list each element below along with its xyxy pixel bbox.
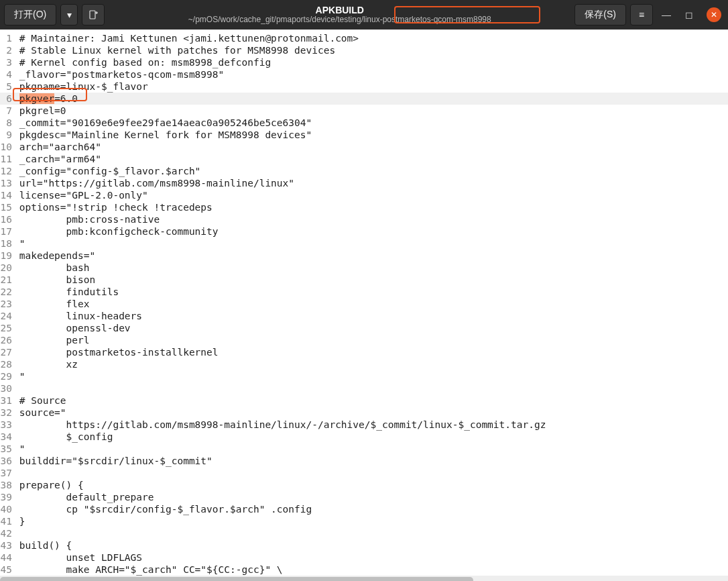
code-line[interactable]: 37 (0, 467, 728, 479)
code-content[interactable]: options="!strip !check !tracedeps (13, 201, 213, 213)
code-line[interactable]: 43 build() { (0, 539, 728, 551)
code-line[interactable]: 2 # Stable Linux kernel with patches for… (0, 44, 728, 56)
code-content[interactable]: postmarketos-installkernel (13, 346, 219, 358)
code-content[interactable] (13, 382, 19, 394)
hamburger-menu-button[interactable]: ≡ (630, 4, 653, 25)
code-content[interactable]: findutils (13, 286, 119, 298)
code-line[interactable]: 32 source=" (0, 407, 728, 419)
code-content[interactable]: pkgrel=0 (13, 105, 66, 117)
code-line[interactable]: 35 " (0, 443, 728, 455)
code-content[interactable]: perl (13, 334, 90, 346)
code-content[interactable]: bash (13, 262, 90, 274)
code-line[interactable]: 15 options="!strip !check !tracedeps (0, 201, 728, 213)
code-content[interactable]: pkgname=linux-$_flavor (13, 81, 148, 93)
code-content[interactable] (13, 527, 19, 539)
code-content[interactable]: prepare() { (13, 479, 84, 491)
code-line[interactable]: 4 _flavor="postmarketos-qcom-msm8998" (0, 68, 728, 81)
code-content[interactable]: linux-headers (13, 310, 142, 322)
code-line[interactable]: 1 # Maintainer: Jami Kettunen <jami.kett… (0, 32, 728, 44)
code-content[interactable]: _flavor="postmarketos-qcom-msm8998" (13, 68, 224, 81)
save-button[interactable]: 保存(S) (574, 4, 626, 25)
code-line[interactable]: 14 license="GPL-2.0-only" (0, 189, 728, 201)
code-content[interactable]: xz (13, 358, 78, 370)
code-content[interactable]: pkgdesc="Mainline Kernel fork for MSM899… (13, 129, 312, 141)
code-line[interactable]: 30 (0, 382, 728, 394)
code-content[interactable]: " (13, 443, 25, 455)
code-line[interactable]: 40 cp "$srcdir/config-$_flavor.$arch" .c… (0, 503, 728, 515)
code-content[interactable]: # Kernel config based on: msm8998_defcon… (13, 56, 271, 68)
code-content[interactable]: _carch="arm64" (13, 153, 101, 165)
code-line[interactable]: 6 pkgver=6.0 (0, 93, 728, 105)
horizontal-scrollbar[interactable] (0, 576, 728, 581)
window-maximize-button[interactable]: ◻ (680, 5, 699, 24)
code-line[interactable]: 24 linux-headers (0, 310, 728, 322)
code-content[interactable]: " (13, 370, 25, 382)
code-line[interactable]: 7 pkgrel=0 (0, 105, 728, 117)
code-content[interactable]: $_config (13, 431, 113, 443)
code-content[interactable]: pkgver=6.0 (13, 93, 78, 105)
code-line[interactable]: 9 pkgdesc="Mainline Kernel fork for MSM8… (0, 129, 728, 141)
code-line[interactable]: 34 $_config (0, 431, 728, 443)
code-content[interactable]: } (13, 515, 25, 527)
code-line[interactable]: 19 makedepends=" (0, 250, 728, 262)
code-line[interactable]: 17 pmb:kconfigcheck-community (0, 225, 728, 237)
code-line[interactable]: 3 # Kernel config based on: msm8998_defc… (0, 56, 728, 68)
code-content[interactable]: pmb:cross-native (13, 213, 160, 225)
code-content[interactable]: unset LDFLAGS (13, 551, 142, 564)
code-line[interactable]: 5 pkgname=linux-$_flavor (0, 81, 728, 93)
code-content[interactable]: pmb:kconfigcheck-community (13, 225, 219, 237)
code-content[interactable]: " (13, 237, 25, 250)
text-editor[interactable]: 1 # Maintainer: Jami Kettunen <jami.kett… (0, 30, 728, 576)
code-content[interactable]: _commit="90169e6e9fee29fae14aeac0a905246… (13, 117, 312, 129)
code-content[interactable]: https://gitlab.com/msm8998-mainline/linu… (13, 419, 546, 431)
code-content[interactable]: flex (13, 298, 90, 310)
code-line[interactable]: 11 _carch="arm64" (0, 153, 728, 165)
code-content[interactable] (13, 467, 19, 479)
code-content[interactable]: license="GPL-2.0-only" (13, 189, 148, 201)
code-line[interactable]: 28 xz (0, 358, 728, 370)
window-close-button[interactable]: ✕ (707, 7, 721, 22)
code-content[interactable]: # Stable Linux kernel with patches for M… (13, 44, 335, 56)
code-content[interactable]: source=" (13, 407, 66, 419)
code-content[interactable]: bison (13, 274, 95, 286)
code-line[interactable]: 20 bash (0, 262, 728, 274)
code-line[interactable]: 25 openssl-dev (0, 322, 728, 334)
window-minimize-button[interactable]: — (657, 5, 676, 24)
code-line[interactable]: 21 bison (0, 274, 728, 286)
code-line[interactable]: 29 " (0, 370, 728, 382)
code-line[interactable]: 13 url="https://gitlab.com/msm8998-mainl… (0, 177, 728, 189)
code-line[interactable]: 18 " (0, 237, 728, 250)
code-line[interactable]: 36 builddir="$srcdir/linux-$_commit" (0, 455, 728, 467)
code-content[interactable]: builddir="$srcdir/linux-$_commit" (13, 455, 213, 467)
code-line[interactable]: 39 default_prepare (0, 491, 728, 503)
code-content[interactable]: make ARCH="$_carch" CC="${CC:-gcc}" \ (13, 564, 283, 576)
code-line[interactable]: 10 arch="aarch64" (0, 141, 728, 153)
code-content[interactable]: _config="config-$_flavor.$arch" (13, 165, 200, 177)
code-content[interactable]: makedepends=" (13, 250, 95, 262)
code-line[interactable]: 38 prepare() { (0, 479, 728, 491)
code-content[interactable]: build() { (13, 539, 72, 551)
code-line[interactable]: 16 pmb:cross-native (0, 213, 728, 225)
new-tab-button[interactable] (82, 4, 105, 25)
code-content[interactable]: # Source (13, 394, 66, 407)
code-line[interactable]: 31 # Source (0, 394, 728, 407)
code-line[interactable]: 44 unset LDFLAGS (0, 551, 728, 564)
code-content[interactable]: cp "$srcdir/config-$_flavor.$arch" .conf… (13, 503, 312, 515)
open-button[interactable]: 打开(O) (4, 4, 56, 25)
code-content[interactable]: default_prepare (13, 491, 154, 503)
code-line[interactable]: 33 https://gitlab.com/msm8998-mainline/l… (0, 419, 728, 431)
code-line[interactable]: 27 postmarketos-installkernel (0, 346, 728, 358)
horizontal-scrollbar-thumb[interactable] (0, 577, 473, 581)
code-content[interactable]: openssl-dev (13, 322, 131, 334)
code-line[interactable]: 22 findutils (0, 286, 728, 298)
code-line[interactable]: 42 (0, 527, 728, 539)
code-line[interactable]: 8 _commit="90169e6e9fee29fae14aeac0a9052… (0, 117, 728, 129)
code-line[interactable]: 26 perl (0, 334, 728, 346)
code-content[interactable]: # Maintainer: Jami Kettunen <jami.kettun… (13, 32, 359, 44)
code-line[interactable]: 45 make ARCH="$_carch" CC="${CC:-gcc}" \ (0, 564, 728, 576)
code-content[interactable]: url="https://gitlab.com/msm8998-mainline… (13, 177, 294, 189)
code-line[interactable]: 12 _config="config-$_flavor.$arch" (0, 165, 728, 177)
code-line[interactable]: 23 flex (0, 298, 728, 310)
code-line[interactable]: 41 } (0, 515, 728, 527)
code-content[interactable]: arch="aarch64" (13, 141, 101, 153)
